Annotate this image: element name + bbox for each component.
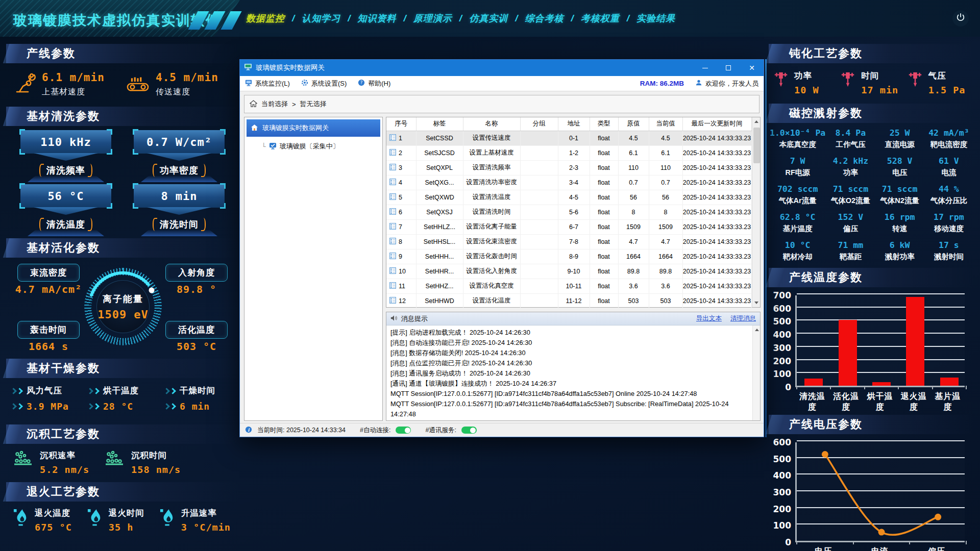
activation-value: 89.8 ° — [158, 283, 235, 295]
nav-item-5[interactable]: 仿真实训 — [469, 12, 508, 24]
tree-node-channel[interactable]: └ 玻璃镀膜〔采集中〕 — [244, 139, 382, 154]
gauge-value: 1509 eV — [97, 308, 149, 321]
table-cell: 2025-10-24 14:33:33.23 — [682, 160, 751, 175]
table-column-header[interactable]: 当前值 — [649, 117, 682, 131]
table-cell — [520, 219, 558, 234]
gauge-label: 离子能量 — [103, 293, 143, 305]
nav-item-7[interactable]: 考核权重 — [581, 12, 620, 24]
nav-item-2[interactable]: 认知学习 — [302, 12, 340, 24]
row-index: 11 — [399, 283, 405, 290]
table-row[interactable]: 2SetSJCSD设置上基材速度1-2float6.16.12025-10-24… — [386, 145, 751, 160]
chevron-icon — [169, 388, 176, 394]
table-row[interactable]: 11SetHHZ...设置活化真空度10-11float3.63.62025-1… — [386, 279, 751, 293]
table-column-header[interactable]: 标签 — [416, 117, 463, 131]
table-column-header[interactable]: 序号 — [386, 117, 416, 131]
jackhammer-icon — [840, 70, 856, 90]
chart-plot-area: 电压电流偏压 — [795, 442, 965, 551]
nav-item-6[interactable]: 综合考核 — [525, 12, 564, 24]
table-column-header[interactable]: 类型 — [590, 117, 618, 131]
drying-items: 风力气压3.9 MPa烘干温度28 °C干燥时间6 min — [6, 378, 239, 424]
voltage-line-series — [797, 442, 966, 542]
gridline — [797, 307, 965, 308]
y-tick-label: 600 — [769, 437, 791, 447]
table-row[interactable]: 4SetQXG...设置清洗功率密度3-4float0.70.72025-10-… — [386, 175, 751, 190]
jackhammer-icon — [907, 70, 923, 90]
section-passivation-title: 钝化工艺参数 — [769, 44, 974, 63]
y-tick-label: 500 — [769, 316, 791, 327]
message-lines: [提示] 启动进程加载完成！ 2025-10-24 14:26:30[消息] 自… — [390, 328, 750, 419]
row-index-cell: 10 — [386, 267, 416, 276]
nav-item-3[interactable]: 知识资料 — [358, 12, 397, 24]
nav-item-4[interactable]: 原理演示 — [413, 12, 452, 24]
table-row[interactable]: 3SetQXPL设置清洗频率2-3float1101102025-10-24 1… — [386, 160, 751, 175]
sputtering-cell: 62.8 °C基片温度 — [770, 212, 825, 234]
table-column-header[interactable]: 分组 — [520, 117, 558, 131]
message-log[interactable]: [提示] 启动进程加载完成！ 2025-10-24 14:26:30[消息] 自… — [386, 325, 760, 420]
window-title-bar[interactable]: 玻璃镀膜实时数据网关 ✕ — [240, 60, 764, 76]
drying-value: 28 °C — [103, 401, 133, 412]
table-row[interactable]: 7SetHHLZ...设置活化离子能量6-7float150915092025-… — [386, 219, 751, 234]
scroll-up-button[interactable] — [753, 325, 760, 334]
table-cell: float — [590, 145, 618, 160]
section-sputtering-title: 磁控溅射参数 — [769, 104, 974, 123]
table-row[interactable]: 9SetHHH...设置活化轰击时间8-9float166416642025-1… — [386, 249, 751, 264]
table-row[interactable]: 8SetHHSL...设置活化束流密度7-8float4.74.72025-10… — [386, 234, 751, 249]
row-index: 1 — [399, 135, 402, 142]
cleaning-label-text: 清洗频率 — [46, 164, 85, 177]
table-cell: 2-3 — [558, 160, 590, 175]
nav-item-8[interactable]: 实验结果 — [636, 12, 675, 24]
drying-label: 干燥时间 — [180, 385, 215, 396]
sputtering-value: 71 sccm — [876, 184, 924, 194]
table-row[interactable]: 5SetQXWD设置清洗温度4-5float56562025-10-24 14:… — [386, 190, 751, 205]
table-cell: 2025-10-24 14:33:33.23 — [682, 175, 751, 190]
annealing-item: 升温速率3 °C/min — [160, 508, 231, 533]
tree-node-root[interactable]: 玻璃镀膜实时数据网关 — [247, 119, 380, 137]
passivation-item-value: 10 W — [794, 85, 819, 95]
chevron-icon — [93, 403, 100, 410]
nav-item-1[interactable]: 数据监控 — [246, 12, 285, 24]
welcome-user: 欢迎你，开发人员 — [695, 79, 758, 88]
export-text-link[interactable]: 导出文本 — [696, 314, 722, 323]
maximize-button[interactable] — [717, 60, 740, 76]
table-row[interactable]: 6SetQXSJ设置清洗时间5-6float882025-10-24 14:33… — [386, 205, 751, 219]
y-tick-label: 400 — [769, 470, 791, 481]
table-cell: 89.8 — [649, 264, 682, 279]
power-button[interactable] — [952, 10, 969, 27]
table-cell: 12 — [386, 293, 416, 308]
device-tree-panel: 玻璃镀膜实时数据网关 └ 玻璃镀膜〔采集中〕 — [244, 117, 383, 421]
home-icon[interactable] — [250, 100, 257, 109]
sputtering-label: 移动速度 — [925, 224, 973, 234]
table-column-header[interactable]: 地址 — [558, 117, 590, 131]
table-row[interactable]: 12SetHHWD设置活化温度11-12float5035032025-10-2… — [386, 293, 751, 308]
corner-accent — [133, 203, 138, 209]
gauge-center: 离子能量 1509 eV — [96, 280, 150, 333]
table-row[interactable]: 10SetHHR...设置活化入射角度9-10float89.889.82025… — [386, 264, 751, 279]
sputtering-label: 直流电源 — [876, 140, 924, 149]
scroll-up-button[interactable] — [752, 117, 761, 126]
clear-messages-link[interactable]: 清理消息 — [730, 314, 756, 323]
user-icon — [695, 79, 702, 88]
drying-label: 烘干温度 — [103, 385, 139, 396]
message-scrollbar[interactable] — [752, 325, 760, 420]
auto-connect-toggle[interactable] — [396, 427, 411, 434]
sputtering-cell: 17 rpm移动速度 — [925, 212, 973, 234]
table-scrollbar[interactable] — [752, 117, 761, 307]
scrollbar-thumb[interactable] — [753, 128, 760, 163]
monitor-icon — [245, 80, 252, 88]
comm-service-toggle[interactable] — [461, 427, 477, 434]
table-column-header[interactable]: 最后一次更新时间 — [682, 117, 751, 131]
table-column-header[interactable]: 名称 — [463, 117, 520, 131]
sputtering-label: 本底真空度 — [770, 140, 825, 149]
menu-label: 系统设置(S) — [311, 79, 347, 88]
menu-system-monitor[interactable]: 系统监控(L) — [245, 79, 290, 88]
menu-help[interactable]: ? 帮助(H) — [358, 79, 390, 88]
menu-system-settings[interactable]: 系统设置(S) — [301, 79, 347, 88]
scroll-down-button[interactable] — [752, 298, 761, 307]
x-tick-label: 偏压 — [908, 546, 965, 551]
table-column-header[interactable]: 原值 — [618, 117, 649, 131]
welcome-label: 欢迎你，开发人员 — [705, 79, 758, 88]
table-cell: 503 — [649, 293, 682, 308]
minimize-button[interactable] — [693, 60, 717, 76]
table-row[interactable]: 1SetCSSD设置传送速度0-1float4.54.52025-10-24 1… — [386, 131, 751, 145]
close-button[interactable]: ✕ — [740, 60, 764, 76]
